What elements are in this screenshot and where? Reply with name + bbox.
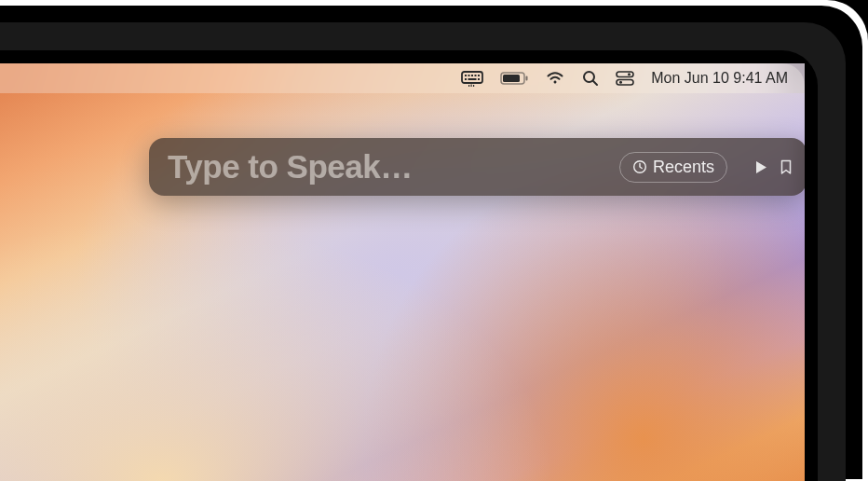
recents-label: Recents [653, 158, 714, 177]
svg-rect-9 [468, 85, 469, 87]
screen: Mon Jun 10 9:41 AM Type to Speak… [0, 63, 805, 481]
svg-rect-3 [471, 75, 473, 76]
clock-icon [632, 159, 647, 174]
svg-rect-14 [526, 76, 528, 81]
device-frame: Mon Jun 10 9:41 AM Type to Speak… [0, 0, 868, 481]
menubar: Mon Jun 10 9:41 AM [0, 63, 805, 93]
svg-point-18 [628, 73, 631, 76]
keyboard-input-icon[interactable] [461, 71, 483, 87]
svg-rect-0 [462, 72, 482, 83]
menubar-datetime[interactable]: Mon Jun 10 9:41 AM [651, 70, 788, 87]
svg-rect-4 [475, 75, 477, 76]
type-to-speak-panel: Type to Speak… Recents [149, 138, 805, 196]
speak-input[interactable]: Type to Speak… [168, 148, 608, 186]
svg-rect-13 [503, 75, 520, 82]
svg-line-16 [593, 81, 597, 85]
svg-rect-8 [478, 78, 480, 80]
device-shell: Mon Jun 10 9:41 AM Type to Speak… [0, 22, 846, 481]
svg-point-20 [619, 81, 622, 84]
svg-rect-11 [473, 85, 474, 87]
battery-icon[interactable] [500, 72, 528, 85]
spotlight-search-icon[interactable] [582, 70, 599, 87]
wifi-icon[interactable] [545, 71, 565, 86]
svg-rect-19 [617, 80, 633, 86]
svg-rect-6 [465, 78, 467, 80]
svg-rect-1 [465, 75, 467, 76]
svg-rect-5 [478, 75, 480, 76]
bookmark-button[interactable] [780, 159, 792, 175]
play-button[interactable] [755, 160, 767, 174]
svg-rect-2 [468, 75, 470, 76]
svg-rect-17 [617, 72, 633, 77]
control-center-icon[interactable] [616, 71, 634, 86]
recents-button[interactable]: Recents [619, 152, 727, 183]
svg-rect-10 [471, 84, 472, 87]
svg-rect-7 [468, 78, 477, 80]
desktop-wallpaper [0, 63, 805, 481]
screen-bezel: Mon Jun 10 9:41 AM Type to Speak… [0, 50, 818, 481]
panel-actions [755, 159, 792, 175]
